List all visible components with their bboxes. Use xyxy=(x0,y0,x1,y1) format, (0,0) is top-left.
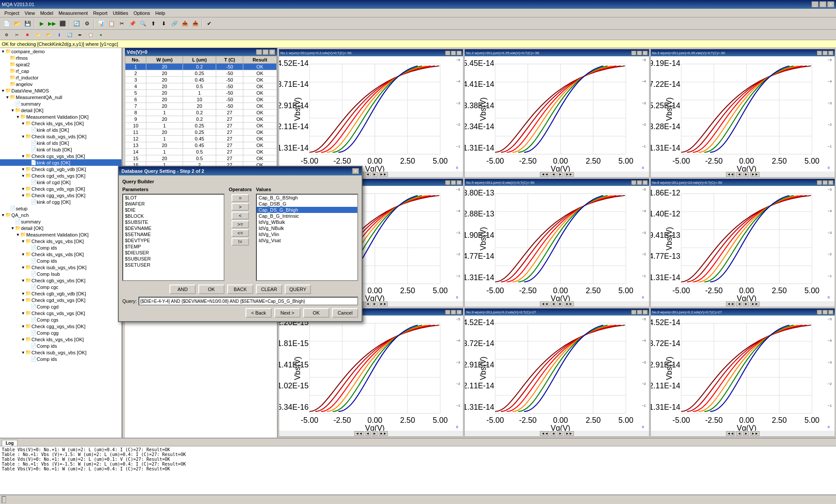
chart-ctrl-btn[interactable]: □ xyxy=(822,51,828,55)
query-input[interactable] xyxy=(138,297,358,305)
sidebar-item-comp-ids1[interactable]: 📄 Comp ids xyxy=(0,244,121,251)
sidebar-item-detail2[interactable]: ▼ 📁 detail [OK] xyxy=(0,225,121,231)
table-row[interactable]: 9 20 0.2 27 OK xyxy=(125,116,277,123)
sidebar-item-check-cgb-vgb[interactable]: ▼ 📁 Check cgb_vgb_vdb [OK] xyxy=(0,166,121,172)
sidebar-item-comp-cgd[interactable]: 📄 Comp cgd xyxy=(0,303,121,310)
op-eq[interactable]: = xyxy=(231,194,249,202)
nav-back-button[interactable]: < Back xyxy=(245,308,272,318)
chart-ctrl-btn[interactable]: □ xyxy=(822,180,828,185)
chart-ctrl-btn[interactable]: _ xyxy=(631,180,636,185)
op-lte[interactable]: <= xyxy=(231,229,249,237)
sidebar-item-check-cgb-vgb2[interactable]: ▼ 📁 Check cgb_vgb_vdb [OK] xyxy=(0,290,121,297)
chart-nav-btn[interactable]: ◄◄ xyxy=(540,302,549,306)
and-button[interactable]: AND xyxy=(169,285,196,294)
tb2-btn9[interactable]: 📋 xyxy=(86,30,95,40)
value-item[interactable]: IdVg_NBulk xyxy=(257,225,357,231)
sidebar-item-check-isub[interactable]: ▼ 📁 Check isub_vgs_vds [OK] xyxy=(0,133,121,140)
chart-ctrl-btn[interactable]: _ xyxy=(631,51,636,55)
table-btn[interactable]: 📋 xyxy=(107,19,116,28)
nav-ok-button[interactable]: OK xyxy=(303,308,329,318)
sidebar-item-comp-ids3[interactable]: 📄 Comp ids xyxy=(0,343,121,349)
chart-ctrl-btn[interactable]: _ xyxy=(817,180,822,185)
chart-ctrl-btn[interactable]: □ xyxy=(822,310,828,315)
nav-next-button[interactable]: Next > xyxy=(274,308,301,318)
menu-project[interactable]: Project xyxy=(2,10,22,17)
chart-ctrl-btn[interactable]: □ xyxy=(451,51,456,55)
chart-ctrl-btn[interactable]: × xyxy=(643,180,648,185)
menu-view[interactable]: View xyxy=(22,10,38,17)
sidebar-item-angelov[interactable]: 📁 angelov xyxy=(0,81,121,87)
log-tab-item[interactable]: Log xyxy=(2,440,17,446)
pin-btn[interactable]: 📌 xyxy=(128,19,137,28)
sidebar-item-check-cgd2[interactable]: ▼ 📁 Check cgd_vds_vgs [OK] xyxy=(0,297,121,303)
chart-nav-btn[interactable]: ► xyxy=(372,302,378,306)
sidebar-item-check-cgs-vds[interactable]: ▼ 📁 Check cgs_vds_vgs [OK] xyxy=(0,185,121,192)
table-row[interactable]: 5 20 1 -50 OK xyxy=(125,90,277,96)
sidebar-item-kink-cgd[interactable]: 📄 kink of cgd [OK] xyxy=(0,179,121,185)
nav-cancel-button[interactable]: Cancel xyxy=(332,308,358,318)
sidebar-item-summary1[interactable]: 📄 summary xyxy=(0,100,121,107)
parameter-item[interactable]: $WAFER xyxy=(123,201,224,207)
sidebar-item-spiral2[interactable]: 📁 spiral2 xyxy=(0,61,121,68)
chart-nav-btn[interactable]: ◄◄ xyxy=(540,172,549,177)
sidebar-item-kink-ids2[interactable]: 📄 kink of ids [OK] xyxy=(0,140,121,146)
tb2-btn1[interactable]: ⚙ xyxy=(2,30,11,40)
parameter-item[interactable]: $DIEUSER xyxy=(123,250,224,256)
chart-ctrl-btn[interactable]: □ xyxy=(637,51,642,55)
zoom-btn[interactable]: 🔍 xyxy=(138,19,148,28)
op-gt[interactable]: > xyxy=(231,203,249,211)
chart-nav-btn[interactable]: ◄ xyxy=(365,302,371,306)
chart-nav-btn[interactable]: ◄ xyxy=(736,172,742,177)
down-btn[interactable]: ⬇ xyxy=(159,19,169,28)
chart-nav-btn[interactable]: ► xyxy=(557,302,563,306)
table-row[interactable]: 7 20 20 -50 OK xyxy=(125,103,277,110)
sidebar-item-check-cgd-vds[interactable]: ▼ 📁 Check cgd_vds_vgs [OK] xyxy=(0,172,121,179)
value-item[interactable]: Cap_DS_G_Bhigh xyxy=(257,207,357,213)
chart-nav-btn[interactable]: ►► xyxy=(750,302,760,306)
up-btn[interactable]: ⬆ xyxy=(149,19,158,28)
chart-ctrl-btn[interactable]: □ xyxy=(637,310,642,315)
chart-nav-btn[interactable]: ► xyxy=(557,172,563,177)
link-btn[interactable]: 🔗 xyxy=(169,19,179,28)
parameter-item[interactable]: $DIE xyxy=(123,207,224,213)
sidebar-item-comp-ids2[interactable]: 📄 Comp ids xyxy=(0,257,121,264)
chart-ctrl-btn[interactable]: × xyxy=(828,310,833,315)
parameter-item[interactable]: $SUBSITE xyxy=(123,219,224,225)
sidebar-item-check-cgs2[interactable]: ▼ 📁 Check cgs_vds_vgs [OK] xyxy=(0,310,121,316)
sidebar-item-check-cgg-vgs[interactable]: ▼ 📁 Check cgg_vgs_vbs [OK] xyxy=(0,192,121,199)
chart-ctrl-btn[interactable]: × xyxy=(456,310,462,315)
chart-nav-btn[interactable]: ► xyxy=(372,172,378,177)
table-row[interactable]: 1 20 0.2 -50 OK xyxy=(125,64,277,70)
chart-nav-btn[interactable]: ► xyxy=(743,302,749,306)
chart-nav-btn[interactable]: ► xyxy=(557,431,563,436)
chart-nav-btn[interactable]: ◄ xyxy=(736,302,742,306)
sidebar-item-rf-cap[interactable]: 📁 rf_cap xyxy=(0,68,121,74)
tb2-btn2[interactable]: ✂ xyxy=(12,30,22,40)
chart-ctrl-btn[interactable]: □ xyxy=(451,310,456,315)
sidebar[interactable]: ▼ 📁 compare_demo 📁 rfmos 📁 spiral2 📁 rf_… xyxy=(0,48,122,438)
menu-help[interactable]: Help xyxy=(153,10,168,17)
chart-nav-btn[interactable]: ◄ xyxy=(365,172,371,177)
table-row[interactable]: 10 1 0.25 27 OK xyxy=(125,123,277,129)
value-item[interactable]: IdVg_Vlin xyxy=(257,231,357,237)
sidebar-item-check-isub2[interactable]: ▼ 📁 Check isub_vgs_vbs [OK] xyxy=(0,264,121,271)
chart-nav-btn[interactable]: ◄ xyxy=(550,302,556,306)
menu-utilities[interactable]: Utilities xyxy=(110,10,131,17)
data-panel-close[interactable]: × xyxy=(269,49,275,55)
sidebar-item-kink-ids1[interactable]: 📄 kink of ids [OK] xyxy=(0,127,121,133)
menu-options[interactable]: Options xyxy=(131,10,153,17)
tb2-btn3[interactable]: ✖ xyxy=(23,30,32,40)
parameter-item[interactable]: $BLOCK xyxy=(123,213,224,219)
new-btn[interactable]: 📄 xyxy=(2,19,11,28)
table-row[interactable]: 8 1 0.2 27 OK xyxy=(125,110,277,116)
table-row[interactable]: 6 20 10 -50 OK xyxy=(125,96,277,103)
chart-nav-btn[interactable]: ◄ xyxy=(365,431,371,436)
table-row[interactable]: 11 20 0.25 27 OK xyxy=(125,129,277,136)
op-neq[interactable]: != xyxy=(231,238,249,246)
table-row[interactable]: 12 1 0.45 27 OK xyxy=(125,136,277,142)
parameters-listbox[interactable]: $LOT$WAFER$DIE$BLOCK$SUBSITE$DEVNAME$SET… xyxy=(122,194,225,281)
sidebar-item-comp-cgc[interactable]: 📄 Comp cgc xyxy=(0,284,121,290)
chart-ctrl-btn[interactable]: × xyxy=(456,180,462,185)
sidebar-item-measurement-validation2[interactable]: ▼ 📁 Measurement Validation [OK] xyxy=(0,231,121,238)
tb2-btn4[interactable]: 📁 xyxy=(33,30,43,40)
